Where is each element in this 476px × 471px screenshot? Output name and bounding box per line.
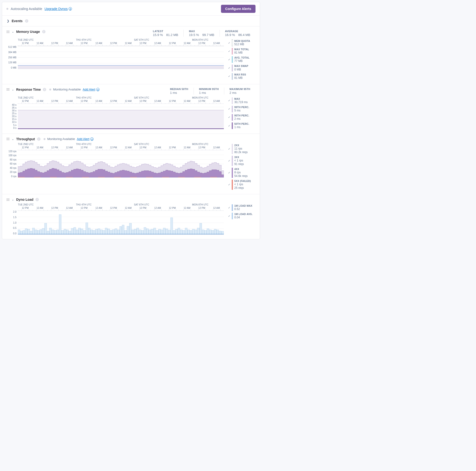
tick-label: 12 AM	[154, 42, 161, 45]
svg-rect-61	[163, 228, 166, 235]
legend-item[interactable]: ✓MAX SWAP0 MB	[228, 65, 255, 71]
legend-item[interactable]: ✓50TH PERC.1 ms	[228, 122, 255, 129]
upgrade-dynos-label: Upgrade Dynos	[45, 7, 68, 11]
legend-item[interactable]: ✓95TH PERC.2 ms	[228, 114, 255, 121]
tick-label: 12 AM	[96, 207, 102, 209]
legend-swatch	[232, 204, 233, 211]
chevron-down-icon[interactable]: ⌄	[12, 88, 14, 91]
svg-rect-55	[149, 230, 151, 235]
tick-label: 12 AM	[125, 42, 131, 45]
legend-item[interactable]: ✓3XX< 1 rps91 reqs	[228, 156, 255, 166]
tick-label: 12 AM	[66, 100, 73, 102]
tick-label: 12 PM	[22, 42, 29, 45]
check-icon: ✓	[228, 107, 230, 111]
svg-rect-7	[32, 228, 34, 235]
info-icon: i	[25, 19, 28, 23]
svg-rect-26	[78, 228, 81, 235]
legend-text: 50TH PERC.1 ms	[234, 122, 249, 129]
legend-swatch	[232, 122, 233, 129]
y-label: 1.0	[6, 221, 17, 224]
svg-rect-56	[151, 229, 153, 235]
response-y-axis: 40 s35 s30 s25 s20 s15 s10 s5 s0 s	[6, 103, 18, 129]
legend-swatch	[232, 156, 233, 166]
drag-handle-icon[interactable]	[6, 137, 10, 140]
day-label: MON 8TH UTC	[192, 203, 208, 206]
response-chart	[18, 103, 224, 129]
configure-alerts-button[interactable]: Configure Alerts	[221, 5, 255, 13]
svg-rect-46	[127, 226, 129, 235]
stat-avg-pct: 16.9 %	[225, 33, 235, 37]
drag-handle-icon[interactable]	[6, 198, 10, 201]
legend-text: MAX30,719 ms	[234, 97, 248, 104]
day-label: SAT 6TH UTC	[134, 143, 149, 146]
tick-label: 12 AM	[213, 100, 220, 102]
drag-handle-icon[interactable]	[6, 88, 10, 91]
check-icon: ✓	[228, 75, 230, 78]
y-label: 256 MB	[6, 56, 17, 59]
add-alert-link[interactable]: Add Alert ➜	[77, 137, 94, 141]
legend-item[interactable]: ✓MAX RSS81 MB	[228, 73, 255, 80]
legend-item[interactable]: ✓99TH PERC.5 ms	[228, 106, 255, 112]
throughput-panel: ⌄ Throughput i Monitoring Available Add …	[2, 134, 260, 195]
tick-label: 12 AM	[36, 146, 43, 149]
stat-median-val: 1 ms	[170, 91, 177, 95]
stat-max95-label: MAXIMUM 95TH	[230, 88, 250, 90]
day-label: THU 4TH UTC	[76, 203, 92, 206]
legend-item[interactable]: ✓MEM QUOTA512 MB	[228, 39, 255, 46]
chevron-down-icon[interactable]: ⌄	[12, 30, 14, 33]
svg-rect-39	[110, 230, 112, 235]
legend-text: MAX RSS81 MB	[234, 73, 246, 80]
tick-label: 12 AM	[96, 42, 102, 45]
tick-label: 12 PM	[198, 100, 205, 102]
day-label: SAT 6TH UTC	[134, 203, 149, 206]
svg-rect-70	[185, 228, 187, 235]
check-icon: ✓	[228, 215, 230, 218]
day-label: TUE 2ND UTC	[18, 96, 34, 99]
legend-text: 3XX< 1 rps91 reqs	[234, 156, 244, 166]
legend-item[interactable]: ✓2XX11 rps80.2k reqs	[228, 144, 255, 154]
legend-item[interactable]: ✓AVG. TOTAL77 MB	[228, 56, 255, 63]
legend-item[interactable]: ✓MAX TOTAL81 MB	[228, 48, 255, 54]
tick-label: 12 AM	[184, 207, 190, 209]
svg-rect-64	[170, 218, 173, 235]
add-alert-link[interactable]: Add Alert ➜	[83, 88, 100, 91]
legend-swatch	[232, 56, 233, 63]
info-icon[interactable]: i	[42, 30, 46, 33]
chevron-down-icon[interactable]: ⌄	[12, 137, 14, 141]
upgrade-dynos-link[interactable]: Upgrade Dynos ➜	[45, 7, 72, 11]
svg-rect-74	[195, 230, 197, 235]
autoscaling-status: Autoscaling Available Upgrade Dynos ➜	[6, 7, 72, 11]
svg-rect-73	[192, 229, 195, 235]
dyno-title: Dyno Load	[16, 198, 33, 202]
legend-swatch	[232, 144, 233, 154]
legend-text: 95TH PERC.2 ms	[234, 114, 249, 121]
info-icon[interactable]: i	[35, 198, 39, 201]
tick-label: 12 PM	[22, 146, 29, 149]
stat-latest-mb: 81.2 MB	[166, 33, 178, 37]
legend-item[interactable]: ✓MAX30,719 ms	[228, 97, 255, 104]
throughput-title: Throughput	[16, 137, 35, 141]
legend-item[interactable]: ✓1M LOAD MAX0.52	[228, 204, 255, 211]
legend-item[interactable]: ✓5XX (FAILED)< 1 rps25 reqs	[228, 180, 255, 190]
check-icon: ✓	[228, 50, 230, 53]
memory-panel: ⌄ Memory Usage i LATEST 15.9 %81.2 MB MA…	[2, 26, 260, 84]
info-icon[interactable]: i	[37, 137, 40, 141]
chevron-down-icon[interactable]: ⌄	[12, 198, 14, 201]
tick-label: 12 AM	[184, 146, 190, 149]
dyno-legend: ✓1M LOAD MAX0.52✓1M LOAD AVG.0.04	[228, 203, 255, 235]
legend-text: MAX TOTAL81 MB	[234, 48, 249, 54]
svg-rect-17	[57, 230, 59, 235]
check-icon: ✓	[228, 41, 230, 45]
legend-item[interactable]: ✓4XX8 rps54.6k reqs	[228, 168, 255, 178]
memory-stats: LATEST 15.9 %81.2 MB MAX 19.5 %99.7 MB A…	[148, 30, 255, 37]
tick-label: 12 PM	[169, 42, 176, 45]
info-icon[interactable]: i	[43, 88, 46, 91]
tick-label: 12 PM	[22, 207, 29, 209]
tick-label: 12 AM	[213, 42, 220, 45]
legend-item[interactable]: ✓1M LOAD AVG.0.04	[228, 213, 255, 219]
drag-handle-icon[interactable]	[6, 30, 10, 33]
stat-latest-pct: 15.9 %	[153, 33, 163, 37]
svg-rect-20	[64, 229, 66, 235]
svg-rect-24	[74, 227, 76, 235]
events-row[interactable]: ❯ Events i	[2, 16, 260, 26]
